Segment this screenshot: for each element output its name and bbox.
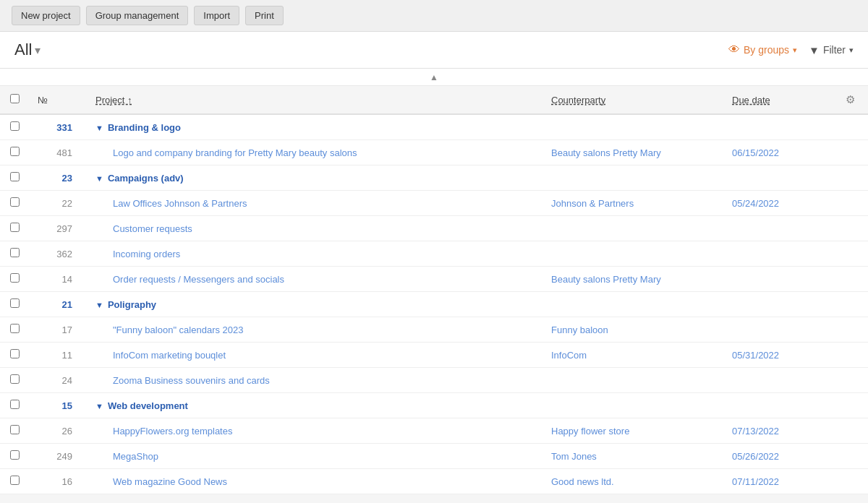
table-row: 17"Funny baloon" calendars 2023Funny bal… bbox=[0, 317, 868, 343]
row-project[interactable]: Incoming orders bbox=[87, 241, 542, 267]
row-settings-cell bbox=[832, 393, 868, 418]
row-project[interactable]: HappyFlowers.org templates bbox=[87, 418, 542, 444]
table-row: 14Order requests / Messengers and social… bbox=[0, 267, 868, 292]
row-checkbox[interactable] bbox=[10, 223, 20, 232]
row-project[interactable]: ▼Campaigns (adv) bbox=[87, 165, 542, 191]
row-due-date bbox=[723, 368, 832, 393]
header-counterparty[interactable]: Counterparty bbox=[542, 86, 723, 114]
row-due-date: 07/13/2022 bbox=[723, 418, 832, 444]
row-number: 481 bbox=[29, 140, 87, 165]
row-project[interactable]: Web magazine Good News bbox=[87, 469, 542, 494]
row-check-cell bbox=[0, 191, 29, 216]
header-check bbox=[0, 86, 29, 114]
row-checkbox[interactable] bbox=[10, 476, 20, 485]
title-dropdown-icon[interactable]: ▾ bbox=[35, 43, 41, 57]
row-number: 21 bbox=[29, 292, 87, 317]
row-project[interactable]: Zooma Business souvenirs and cards bbox=[87, 368, 542, 393]
header-due-date[interactable]: Due date bbox=[723, 86, 832, 114]
row-check-cell bbox=[0, 368, 29, 393]
title-area: All ▾ bbox=[14, 40, 41, 59]
row-counterparty bbox=[542, 165, 723, 191]
row-project[interactable]: ▼Poligraphy bbox=[87, 292, 542, 317]
row-checkbox[interactable] bbox=[10, 298, 20, 308]
row-counterparty: InfoCom bbox=[542, 343, 723, 368]
row-settings-cell bbox=[832, 114, 868, 140]
project-name[interactable]: Logo and company branding for Pretty Mar… bbox=[113, 147, 357, 158]
row-check-cell bbox=[0, 317, 29, 343]
group-management-button[interactable]: Group management bbox=[86, 6, 189, 25]
project-name[interactable]: MegaShop bbox=[113, 451, 158, 462]
row-due-date bbox=[723, 292, 832, 317]
table-row: 22Law Offices Johnson & PartnersJohnson … bbox=[0, 191, 868, 216]
row-project[interactable]: MegaShop bbox=[87, 444, 542, 469]
project-name[interactable]: InfoCom marketing bouqlet bbox=[113, 350, 226, 361]
group-toggle[interactable]: ▼ bbox=[95, 174, 103, 183]
page-title: All bbox=[14, 40, 32, 59]
row-project[interactable]: InfoCom marketing bouqlet bbox=[87, 343, 542, 368]
row-due-date bbox=[723, 393, 832, 418]
row-check-cell bbox=[0, 114, 29, 140]
row-checkbox[interactable] bbox=[10, 425, 20, 434]
project-name[interactable]: Order requests / Messengers and socials bbox=[113, 274, 284, 285]
row-number: 23 bbox=[29, 165, 87, 191]
row-project[interactable]: Logo and company branding for Pretty Mar… bbox=[87, 140, 542, 165]
row-checkbox[interactable] bbox=[10, 248, 20, 257]
header-project[interactable]: Project ↑ bbox=[87, 86, 542, 114]
import-button[interactable]: Import bbox=[194, 6, 239, 25]
row-settings-cell bbox=[832, 191, 868, 216]
project-name[interactable]: HappyFlowers.org templates bbox=[113, 426, 232, 437]
row-checkbox[interactable] bbox=[10, 374, 20, 384]
row-checkbox[interactable] bbox=[10, 172, 20, 181]
by-groups-button[interactable]: 👁 By groups ▾ bbox=[728, 43, 797, 56]
row-check-cell bbox=[0, 292, 29, 317]
project-name[interactable]: Zooma Business souvenirs and cards bbox=[113, 375, 270, 386]
row-settings-cell bbox=[832, 292, 868, 317]
row-check-cell bbox=[0, 444, 29, 469]
print-button[interactable]: Print bbox=[245, 6, 284, 25]
row-counterparty: Tom Jones bbox=[542, 444, 723, 469]
group-toggle[interactable]: ▼ bbox=[95, 124, 103, 132]
row-counterparty bbox=[542, 368, 723, 393]
project-name[interactable]: Customer requests bbox=[113, 223, 192, 234]
row-number: 17 bbox=[29, 317, 87, 343]
select-all-checkbox[interactable] bbox=[10, 94, 20, 103]
row-checkbox[interactable] bbox=[10, 349, 20, 358]
header-actions: 👁 By groups ▾ ▼ Filter ▾ bbox=[728, 43, 854, 56]
row-due-date bbox=[723, 114, 832, 140]
group-toggle[interactable]: ▼ bbox=[95, 402, 103, 410]
group-label: Branding & logo bbox=[108, 122, 181, 133]
table-container: № Project ↑ Counterparty Due date ⚙ 331▼… bbox=[0, 86, 868, 494]
project-name[interactable]: Incoming orders bbox=[113, 249, 180, 259]
row-check-cell bbox=[0, 216, 29, 241]
filter-button[interactable]: ▼ Filter ▾ bbox=[809, 44, 854, 56]
row-checkbox[interactable] bbox=[10, 273, 20, 283]
project-name[interactable]: "Funny baloon" calendars 2023 bbox=[113, 324, 244, 335]
row-checkbox[interactable] bbox=[10, 400, 20, 409]
new-project-button[interactable]: New project bbox=[12, 6, 80, 25]
row-counterparty bbox=[542, 216, 723, 241]
project-name[interactable]: Web magazine Good News bbox=[113, 476, 227, 487]
row-project[interactable]: ▼Branding & logo bbox=[87, 114, 542, 140]
scroll-up-button[interactable]: ▲ bbox=[430, 72, 438, 82]
group-toggle[interactable]: ▼ bbox=[95, 301, 103, 309]
row-project[interactable]: Law Offices Johnson & Partners bbox=[87, 191, 542, 216]
row-project[interactable]: Order requests / Messengers and socials bbox=[87, 267, 542, 292]
row-number: 297 bbox=[29, 216, 87, 241]
table-row: 297Customer requests bbox=[0, 216, 868, 241]
row-check-cell bbox=[0, 393, 29, 418]
row-checkbox[interactable] bbox=[10, 450, 20, 460]
row-settings-cell bbox=[832, 368, 868, 393]
group-row: 21▼Poligraphy bbox=[0, 292, 868, 317]
row-project[interactable]: "Funny baloon" calendars 2023 bbox=[87, 317, 542, 343]
row-checkbox[interactable] bbox=[10, 324, 20, 333]
row-project[interactable]: Customer requests bbox=[87, 216, 542, 241]
row-settings-cell bbox=[832, 469, 868, 494]
row-checkbox[interactable] bbox=[10, 147, 20, 156]
row-project[interactable]: ▼Web development bbox=[87, 393, 542, 418]
row-counterparty: Johnson & Partners bbox=[542, 191, 723, 216]
row-checkbox[interactable] bbox=[10, 121, 20, 131]
project-name[interactable]: Law Offices Johnson & Partners bbox=[113, 198, 247, 209]
row-checkbox[interactable] bbox=[10, 197, 20, 207]
gear-icon[interactable]: ⚙ bbox=[846, 93, 855, 106]
row-check-cell bbox=[0, 418, 29, 444]
